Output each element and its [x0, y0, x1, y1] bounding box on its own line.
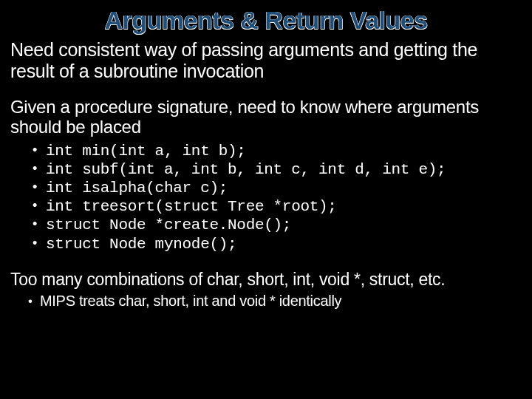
list-item: MIPS treats char, short, int and void * … — [40, 292, 522, 310]
intro-paragraph: Need consistent way of passing arguments… — [10, 39, 522, 82]
list-item: int treesort(struct Tree *root); — [46, 197, 522, 216]
slide-container: Arguments & Return Values Need consisten… — [0, 0, 532, 399]
signature-list: int min(int a, int b); int subf(int a, i… — [10, 142, 522, 253]
list-item: int isalpha(char c); — [46, 179, 522, 197]
slide-title: Arguments & Return Values — [10, 6, 522, 35]
list-item: struct Node mynode(); — [46, 235, 522, 253]
signature-intro: Given a procedure signature, need to kno… — [10, 97, 522, 137]
list-item: int subf(int a, int b, int c, int d, int… — [46, 160, 522, 179]
combinations-paragraph: Too many combinations of char, short, in… — [10, 270, 522, 289]
list-item: struct Node *create.Node(); — [46, 216, 522, 234]
mips-sublist: MIPS treats char, short, int and void * … — [10, 292, 522, 310]
list-item: int min(int a, int b); — [46, 142, 522, 160]
